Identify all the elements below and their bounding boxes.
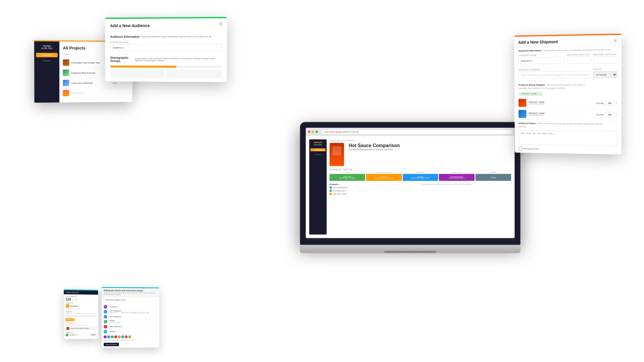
add-new-button[interactable]: + Add New: [36, 53, 58, 57]
color-swatch[interactable]: [114, 335, 117, 338]
timeline-section: EXTENDED TIMELINE START FINAL SCREENING …: [330, 169, 511, 181]
product-thumb: [66, 327, 69, 330]
audience-panel-title: Add a New Audience: [110, 23, 222, 28]
laptop-nav-projects[interactable]: Projects: [310, 153, 325, 155]
step-label: 1ST PRODUCT: [110, 316, 155, 318]
update-button[interactable]: Update: [90, 333, 97, 336]
edit-icon[interactable]: ✏: [616, 113, 617, 115]
laptop-hinge: [306, 238, 515, 241]
swatch-label: green: [112, 339, 116, 341]
demo-section-heading: Demographic Groups Leave alone to use a …: [110, 56, 221, 63]
brand-logo: Highlight ACME ORG: [41, 45, 53, 50]
status-label: STATUS: [593, 68, 617, 70]
tracking-input[interactable]: [518, 71, 590, 78]
choose-product-label: CHOOSE THE PRODUCT IN THIS WANT GOODS: [518, 87, 617, 90]
instructions-subtitle: Below is the area to set up your project…: [104, 292, 157, 296]
step-sub: QUANTITY 1 AMOUNT (IN GRAMS OR OTHER UNI…: [110, 312, 155, 314]
tracking-label: TRACKING NUMBER: [518, 68, 590, 71]
laptop-screen: client.portal.highlight-platform.io/resu…: [306, 128, 515, 238]
shipment-name-input[interactable]: [518, 57, 565, 64]
audience-close-button[interactable]: ×: [218, 21, 223, 26]
timeline-step-delivered: Delivered: [475, 174, 511, 181]
step-menu-icon[interactable]: ⋮: [155, 311, 157, 313]
nav-projects-label[interactable]: Projects: [43, 60, 51, 62]
add-product-chip[interactable]: + PRODUCT NAME + ×: [518, 92, 542, 96]
product-dot: [330, 187, 332, 189]
step-menu-icon[interactable]: ⋮: [155, 306, 157, 308]
project-team: Team: [112, 82, 129, 84]
step-dot: R: [104, 320, 107, 323]
product-name: ANTI-NOT BASIC: [333, 193, 347, 195]
brand-name: Highlight: [41, 45, 53, 47]
step-label: SURVEY 1: [110, 306, 155, 308]
shipment-date2-input[interactable]: [593, 56, 617, 64]
saving-tip-checkbox[interactable]: [519, 147, 522, 151]
notes-label: NOTES: [519, 126, 617, 128]
product-code: 12345-6789012345: [529, 114, 596, 116]
color-swatch[interactable]: [104, 335, 106, 338]
quantity-input[interactable]: [605, 100, 615, 106]
inserts-row: Inserts Inserts are a list of instructio…: [66, 311, 97, 321]
swatch-label: teal: [126, 339, 128, 341]
audience-row: Audience A Audience Audience description: [66, 302, 97, 310]
products-footer: Some elements not audiences, all Inserts…: [422, 183, 511, 195]
list-item: NUTRIENT MIX: [330, 190, 419, 192]
color-swatch[interactable]: [111, 335, 114, 338]
product-info: PRODUCT NAME 12345-6789012345: [529, 112, 596, 116]
timeline-step-packing: Processing & PackingINVITATION RESPONSE …: [439, 174, 475, 181]
timeline-bar: Project SetupADD PROJECT TO PANEL Procur…: [330, 174, 511, 181]
instructions-header: Setting time blocks and instructions (st…: [102, 288, 159, 297]
products-label: Products ○: [330, 183, 419, 185]
laptop-breadcrumb: Projects / Hot Sauce Comparison: [330, 140, 511, 141]
step-menu-icon[interactable]: ⋮: [155, 316, 157, 318]
swatch-label: purple: [104, 340, 107, 341]
step-dot: 2: [104, 315, 107, 318]
shipment-panel: Add a New Shipment × Shipment Informatio…: [514, 34, 622, 155]
audience-name-input[interactable]: [110, 44, 222, 51]
browser-url[interactable]: client.portal.highlight-platform.io/resu…: [321, 129, 512, 134]
group-panel-header: Project Group #1: [64, 290, 98, 294]
product-thumbnail: [518, 110, 526, 118]
color-swatch[interactable]: [128, 335, 131, 338]
step-menu-icon[interactable]: ⋮: [155, 321, 157, 323]
audience-panel-header: Add a New Audience ×: [105, 18, 227, 31]
timeline-step-labels: START FINAL SCREENING OFFLINE FINAL DEAD…: [330, 172, 511, 173]
avatar: A: [66, 304, 70, 308]
notes-heading: Shipment Notes Please let us know if you…: [519, 122, 617, 125]
project-thumbnail: [63, 70, 69, 76]
status-select[interactable]: In Transit Delivered Pending: [593, 71, 617, 78]
step-menu-icon[interactable]: ⋮: [156, 331, 157, 332]
instructions-body: Total Time: Station 1 Test S SURVEY 1 ⋮ …: [101, 297, 159, 348]
quantity-input[interactable]: [605, 112, 615, 117]
product-code: 12345-12345678901: [529, 103, 596, 105]
project-thumbnail: [63, 80, 69, 86]
browser-bar: client.portal.highlight-platform.io/resu…: [306, 128, 515, 136]
product-info: PRODUCT NAME 12345-12345678901: [529, 101, 596, 105]
step-dot: 1: [104, 310, 107, 314]
swatch-label: orange: [120, 339, 124, 341]
step-menu-icon[interactable]: ⋮: [155, 326, 157, 327]
group-title: Project Group #1: [66, 292, 79, 294]
save-close-button[interactable]: Save & Close: [104, 343, 119, 346]
edit-icon[interactable]: ✏: [616, 102, 617, 104]
shipment-date-input[interactable]: [567, 57, 591, 64]
add-insert-button[interactable]: Add Insert: [66, 318, 75, 321]
total-time-pill: Total Time: Station 1 Test: [104, 298, 127, 301]
color-swatch[interactable]: [125, 335, 128, 338]
instructions-panel: Setting time blocks and instructions (st…: [101, 287, 159, 348]
steps-list: S SURVEY 1 ⋮ 1 1ST PRODUCT QUANTITY 1 AM…: [104, 305, 157, 334]
color-swatch[interactable]: [121, 335, 124, 338]
survey-icon: ✓: [66, 334, 68, 336]
step-row: R RINSE How to do here ⋮: [104, 319, 157, 324]
shipment-panel-body: Shipment Information This data will be u…: [514, 46, 622, 155]
timeline-step-setup: Project SetupADD PROJECT TO PANEL: [330, 174, 365, 181]
color-swatch[interactable]: [107, 335, 110, 338]
laptop-add-new-button[interactable]: + Add New: [310, 148, 325, 151]
product-chip: CHOCOLATE CHIP COOKIE: [66, 326, 97, 331]
participants-row: Participants 120 3 – 4%: [66, 296, 97, 301]
table-row[interactable]: more items...: [63, 88, 129, 98]
laptop-main: Projects / Hot Sauce Comparison Hot Sauc…: [330, 140, 511, 235]
notes-textarea[interactable]: [519, 130, 617, 146]
color-swatch[interactable]: [118, 335, 121, 338]
step-row: S SURVEY 1 ⋮: [104, 305, 157, 309]
